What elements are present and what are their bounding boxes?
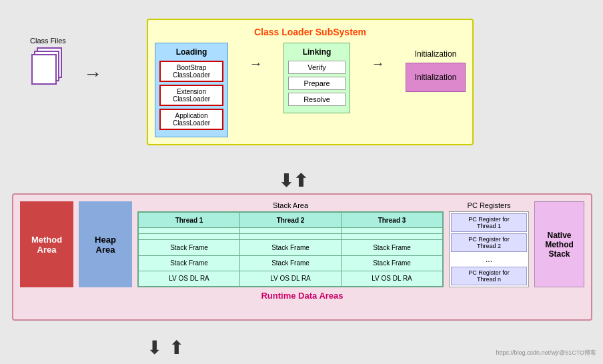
stack-frame-2-2: Stack Frame [240,255,342,271]
file-stack [31,47,65,84]
bootstrap-classloader: BootStrapClassLoader [159,61,223,82]
stack-row-2 [139,234,443,240]
stack-header-row: Thread 1 Thread 2 Thread 3 [139,213,443,228]
stack-frame-row-2: Stack Frame Stack Frame Stack Frame [139,255,443,271]
bottom-up-arrow: ⬆ [169,337,184,359]
stack-table: Thread 1 Thread 2 Thread 3 [138,212,443,287]
runtime-data-areas: MethodArea HeapArea Stack Area Thread 1 … [12,193,592,321]
class-loader-subsystem: Class Loader SubSystem Loading BootStrap… [147,19,474,145]
method-area: MethodArea [20,201,73,287]
heap-area: HeapArea [79,201,132,287]
loading-box: Loading BootStrapClassLoader ExtensionCl… [155,43,228,137]
stack-cell-1-1 [139,228,240,234]
stack-cell-2-2 [240,234,342,240]
linking-title: Linking [288,47,346,57]
extension-classloader: ExtensionClassLoader [159,85,223,106]
stack-frame-1-2: Stack Frame [240,240,342,255]
pc-registers-title: PC Registers [449,201,529,209]
arrow-to-loading: → [83,63,102,85]
vertical-arrows: ⬇⬆ [279,172,308,189]
pc-thread-1: PC Register forThread 1 [451,213,527,232]
class-loader-title: Class Loader SubSystem [155,27,466,37]
stack-cell-2-3 [342,234,443,240]
stack-frame-2-3: Stack Frame [342,255,443,271]
initialization-box: Initialization Initialization [406,49,466,92]
init-block: Initialization [406,63,466,92]
prepare-item: Prepare [288,77,346,90]
thread3-header: Thread 3 [342,213,443,228]
pc-thread-2: PC Register forThread 2 [451,233,527,252]
stack-lv-3: LV OS DL RA [342,271,443,286]
stack-area-title: Stack Area [137,201,444,209]
runtime-inner: MethodArea HeapArea Stack Area Thread 1 … [20,201,584,287]
stack-frame-row-1: Stack Frame Stack Frame Stack Frame [139,240,443,255]
application-classloader: ApplicationClassLoader [159,109,223,130]
watermark: https://blog.csdn.net/wjr@51CTO博客 [496,349,596,357]
stack-area-section: Stack Area Thread 1 Thread 2 Thread 3 [137,201,444,287]
linking-box: Linking Verify Prepare Resolve [283,43,350,113]
pc-thread-n: PC Register forThread n [451,267,527,285]
bottom-down-arrow: ⬇ [147,337,162,359]
stack-cell-1-2 [240,228,342,234]
stack-frame-2-1: Stack Frame [139,255,240,271]
cl-inner: Loading BootStrapClassLoader ExtensionCl… [155,43,466,137]
loading-title: Loading [159,47,223,57]
verify-item: Verify [288,61,346,74]
stack-lv-2: LV OS DL RA [240,271,342,286]
stack-cell-1-3 [342,228,443,234]
class-files-label: Class Files [30,37,66,45]
stack-lv-1: LV OS DL RA [139,271,240,286]
linking-to-init-arrow: → [372,56,385,71]
runtime-title: Runtime Data Areas [20,291,584,301]
loading-to-linking-arrow: → [249,56,263,71]
pc-registers-section: PC Registers PC Register forThread 1 PC … [449,201,529,287]
bottom-arrows: ⬇ ⬆ [147,337,184,359]
native-method-stack: NativeMethodStack [534,201,584,287]
stack-frame-1-3: Stack Frame [342,240,443,255]
down-arrow: ⬇⬆ [279,172,308,189]
stack-row-1 [139,228,443,234]
stack-lv-row: LV OS DL RA LV OS DL RA LV OS DL RA [139,271,443,286]
stack-frame-1-1: Stack Frame [139,240,240,255]
pc-dots: ... [451,253,527,265]
file-page-3 [31,54,57,85]
stack-cell-2-1 [139,234,240,240]
canvas: Class Files → Class Loader SubSystem Loa… [0,0,603,364]
init-label: Initialization [415,49,457,59]
resolve-item: Resolve [288,93,346,106]
stack-grid: Thread 1 Thread 2 Thread 3 [137,211,444,287]
pc-grid: PC Register forThread 1 PC Register forT… [449,211,529,287]
class-files-section: Class Files [30,37,66,84]
thread1-header: Thread 1 [139,213,240,228]
thread2-header: Thread 2 [240,213,342,228]
